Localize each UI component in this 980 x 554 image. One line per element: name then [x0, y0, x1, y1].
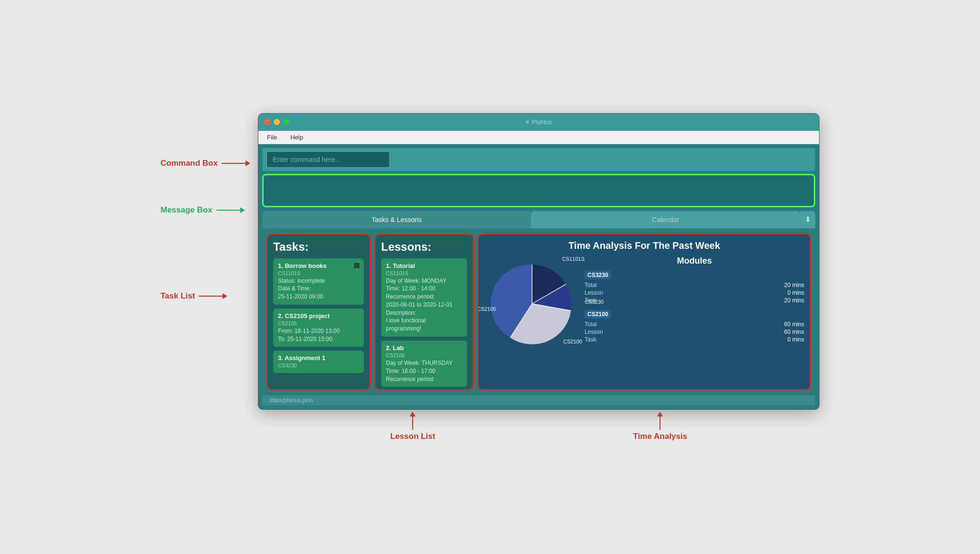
close-button[interactable]: [264, 119, 270, 125]
task-1-details: Status: incomplete Date & Time: 25-11-20…: [278, 277, 359, 301]
lesson-1-module: CS1101S: [386, 270, 462, 276]
task-1-number: 1. Borrow books: [278, 262, 359, 269]
task-item-2: 2. CS2105 project CS2105 From: 18-11-202…: [273, 309, 364, 347]
lesson-1-details: Day of Week: MONDAY Time: 12:00 - 14:00 …: [386, 277, 462, 333]
left-annotations: Command Box Message Box Task List: [160, 113, 250, 301]
task-checkbox-1[interactable]: [353, 262, 360, 269]
lesson-2-number: 2. Lab: [386, 344, 462, 352]
task-list-arrow: [199, 293, 227, 299]
panels-container: Tasks: 1. Borrow books CS1101S Status: i…: [262, 231, 815, 394]
time-analysis-label: Time Analysis: [633, 432, 687, 441]
tab-scroll-button[interactable]: ⬇: [800, 211, 815, 228]
module-cs2100: CS2100 Total 60 mins Lesson 60 mins: [585, 310, 804, 343]
lesson-item-1: 1. Tutorial CS1101S Day of Week: MONDAY …: [381, 258, 467, 337]
lesson-panel: Lessons: 1. Tutorial CS1101S Day of Week…: [374, 233, 474, 391]
command-box-arrow-line: [222, 163, 245, 164]
task-list-annotation: Task List: [160, 291, 250, 301]
command-box-annotation: Command Box: [160, 159, 250, 168]
title-icon: ≡: [525, 118, 529, 126]
lesson-list-arrowhead: [410, 412, 415, 416]
pie-label-cs2100: CS2100: [563, 339, 582, 344]
module-cs3230-total: Total 20 mins: [585, 281, 804, 289]
task-list-label: Task List: [160, 291, 195, 301]
time-analysis-arrowhead: [657, 412, 663, 416]
tasks-title: Tasks:: [273, 240, 364, 254]
lesson-2-details: Day of Week: THURSDAY Time: 16:00 - 17:0…: [386, 359, 462, 383]
command-box-arrow: [222, 160, 250, 166]
lesson-2-module: CS2100: [386, 352, 462, 358]
module-cs2100-name: CS2100: [585, 310, 611, 319]
task-2-module: CS2105: [278, 320, 359, 326]
status-text: ./data/planus.json: [268, 397, 313, 404]
module-cs3230-task: Task 20 mins: [585, 297, 804, 304]
pie-svg: [484, 256, 580, 352]
app-title: ≡ PlaNus: [525, 118, 552, 126]
lesson-list-arrow-line: [412, 416, 413, 430]
module-cs2100-total: Total 60 mins: [585, 320, 804, 328]
task-1-module: CS1101S: [278, 270, 359, 276]
pie-chart: CS1101S CS3230 CS2100 CS2105: [484, 256, 580, 352]
time-content: CS1101S CS3230 CS2100 CS2105 Modules CS3…: [484, 256, 804, 352]
task-item-3: 3. Assignment 1 CS3230: [273, 351, 364, 373]
title-bar: ≡ PlaNus: [258, 114, 819, 131]
menu-file[interactable]: File: [264, 133, 280, 142]
app-wrapper: ≡ PlaNus File Help: [258, 113, 820, 441]
pie-label-cs3230: CS3230: [585, 299, 604, 305]
lessons-title: Lessons:: [381, 240, 467, 254]
modules-panel: Modules CS3230 Total 20 mins Lesson: [585, 256, 804, 349]
time-analysis-annotation: Time Analysis: [633, 412, 687, 441]
task-3-module: CS3230: [278, 362, 359, 368]
task-list-arrow-line: [199, 296, 223, 297]
lesson-list-annotation: Lesson List: [390, 412, 435, 441]
task-3-number: 3. Assignment 1: [278, 354, 359, 362]
time-analysis-arrow-line: [660, 416, 660, 430]
module-cs2100-task: Task 0 mins: [585, 336, 804, 343]
message-box-label: Message Box: [160, 205, 213, 215]
message-box: [262, 174, 815, 207]
menu-bar: File Help: [258, 131, 819, 144]
pie-label-cs2105: CS2105: [477, 306, 496, 312]
module-cs3230: CS3230 Total 20 mins Lesson 0 mins: [585, 271, 804, 304]
maximize-button[interactable]: [283, 119, 289, 125]
menu-help[interactable]: Help: [288, 133, 306, 142]
message-box-arrow: [216, 207, 245, 213]
message-box-annotation: Message Box: [160, 205, 250, 215]
tab-calendar[interactable]: Calendar: [531, 211, 800, 228]
task-list-arrowhead: [223, 293, 227, 299]
task-2-number: 2. CS2105 project: [278, 312, 359, 320]
tab-tasks-lessons[interactable]: Tasks & Lessons: [262, 211, 531, 228]
task-2-details: From: 18-11-2020 13:00 To: 25-11-2020 15…: [278, 327, 359, 343]
command-area: [262, 148, 815, 171]
minimize-button[interactable]: [274, 119, 280, 125]
pie-label-cs1101s: CS1101S: [562, 256, 585, 262]
tab-bar: Tasks & Lessons Calendar ⬇: [262, 211, 815, 228]
command-box-arrowhead: [245, 160, 250, 166]
message-box-arrow-line: [216, 210, 240, 211]
module-cs3230-name: CS3230: [585, 271, 611, 279]
status-bar: ./data/planus.json: [262, 394, 815, 405]
app-window: ≡ PlaNus File Help: [258, 113, 820, 410]
window-controls: [264, 119, 289, 125]
modules-title: Modules: [585, 256, 804, 266]
module-cs3230-lesson: Lesson 0 mins: [585, 289, 804, 297]
task-panel: Tasks: 1. Borrow books CS1101S Status: i…: [266, 233, 371, 391]
tab-container: Tasks & Lessons Calendar ⬇: [262, 211, 815, 228]
bottom-annotations: Lesson List Time Analysis: [258, 412, 820, 441]
time-analysis-panel: Time Analysis For The Past Week: [477, 233, 811, 391]
app-content: Tasks & Lessons Calendar ⬇ Tasks: 1. Bor…: [258, 144, 819, 409]
time-analysis-title: Time Analysis For The Past Week: [484, 240, 804, 251]
message-box-arrowhead: [240, 207, 245, 213]
lesson-item-2: 2. Lab CS2100 Day of Week: THURSDAY Time…: [381, 341, 467, 387]
title-name: PlaNus: [532, 118, 552, 126]
module-cs2100-lesson: Lesson 60 mins: [585, 328, 804, 336]
command-input[interactable]: [266, 151, 390, 168]
lesson-1-number: 1. Tutorial: [386, 262, 462, 269]
command-box-label: Command Box: [160, 159, 218, 168]
lesson-list-label: Lesson List: [390, 432, 435, 441]
task-item-1: 1. Borrow books CS1101S Status: incomple…: [273, 258, 364, 305]
